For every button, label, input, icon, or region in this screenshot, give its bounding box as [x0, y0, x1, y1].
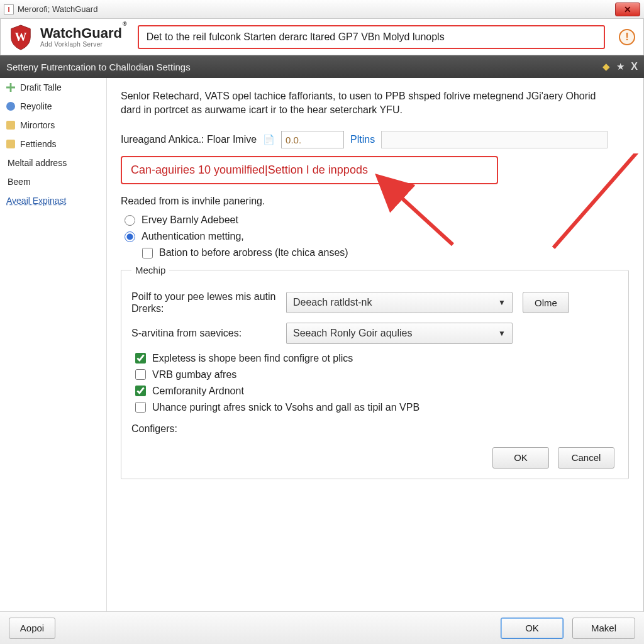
window-title: Merorofi; WatchGuard: [18, 4, 97, 14]
check-vrb[interactable]: VRB gumbay afres: [135, 369, 618, 380]
panel-close-icon[interactable]: X: [631, 61, 638, 72]
badge-icon[interactable]: ◆: [602, 61, 610, 72]
sidebar-item-draft[interactable]: Drafit Talle: [0, 78, 106, 97]
section-title: Setteny Futrentcation to Challodian Sett…: [6, 62, 191, 72]
svg-text:W: W: [15, 30, 27, 43]
ok-button[interactable]: OK: [501, 618, 564, 639]
pltins-link[interactable]: Pltins: [350, 134, 375, 145]
app-icon: I: [4, 4, 14, 14]
mechip-legend: Mechip: [131, 265, 169, 275]
check-bation[interactable]: Bation to before arobress (lte chica ans…: [142, 247, 629, 258]
apooi-button[interactable]: Aopoi: [9, 618, 55, 639]
float-input[interactable]: [281, 131, 344, 148]
callout-box: Can-aguiries 10 youmilfied|Settion I de …: [121, 156, 498, 184]
combo-drerks[interactable]: Deeach ratldst-nk▼: [286, 292, 513, 313]
sidebar: Drafit Talle Reyolite Mirortors Fettiend…: [0, 78, 107, 611]
makel-button[interactable]: Makel: [572, 618, 635, 639]
chevron-down-icon: ▼: [498, 298, 506, 307]
radio-auth[interactable]: Authentication metting,: [125, 231, 629, 242]
watchguard-logo: W: [9, 24, 33, 50]
close-button[interactable]: ✕: [615, 3, 640, 16]
folder-icon: [6, 121, 15, 130]
star-icon[interactable]: ★: [616, 61, 625, 72]
field-label: Iureagand Ankica.: Floar Imive: [121, 134, 257, 145]
intro-text: Senlor Retechard, VATS opel tachice faff…: [121, 89, 611, 117]
radio-ervey[interactable]: Ervey Barnly Adebeet: [125, 214, 629, 226]
sidebar-item-meltail[interactable]: Meltail address: [0, 153, 106, 172]
form1-label: Poilf to your pee lewes mis autin Drerks…: [131, 291, 276, 314]
sidebar-item-expinast[interactable]: Aveail Expinast: [0, 191, 106, 210]
readonly-box: [381, 131, 608, 148]
subline: Readed from is invhile panering.: [121, 196, 629, 207]
inner-ok-button[interactable]: OK: [492, 447, 549, 469]
chevron-down-icon: ▼: [498, 329, 506, 338]
sidebar-item-mirortors[interactable]: Mirortors: [0, 116, 106, 135]
sidebar-item-reyolite[interactable]: Reyolite: [0, 97, 106, 116]
plus-icon: [6, 83, 15, 92]
banner-highlight: Det to the reil fulconk Starten derarc l…: [138, 25, 605, 49]
check-uhance[interactable]: Uhance puringt afres snick to Vsohs and …: [135, 402, 618, 413]
configers-label: Configers:: [131, 423, 618, 435]
dot-icon: [6, 102, 15, 111]
olme-button[interactable]: Olme: [523, 292, 569, 313]
mechip-fieldset: Mechip Poilf to your pee lewes mis autin…: [121, 265, 629, 479]
brand-subtitle: Add Vorklaph Server: [40, 42, 126, 48]
sidebar-item-fettiends[interactable]: Fettiends: [0, 135, 106, 153]
brand-text: WatchGuard® Add Vorklaph Server: [40, 26, 126, 48]
alert-icon: !: [619, 29, 635, 45]
inner-cancel-button[interactable]: Cancel: [558, 447, 614, 469]
combo-services[interactable]: Seeach Ronly Goir aqulies▼: [286, 323, 513, 344]
check-cemforanity[interactable]: Cemforanity Ardnont: [135, 386, 618, 397]
sidebar-item-beem[interactable]: Beem: [0, 172, 106, 191]
form2-label: S-arvitina from saevices:: [131, 327, 276, 339]
check-expletess[interactable]: Expletess is shope been find configre ot…: [135, 353, 618, 364]
folder-icon: [6, 140, 15, 148]
